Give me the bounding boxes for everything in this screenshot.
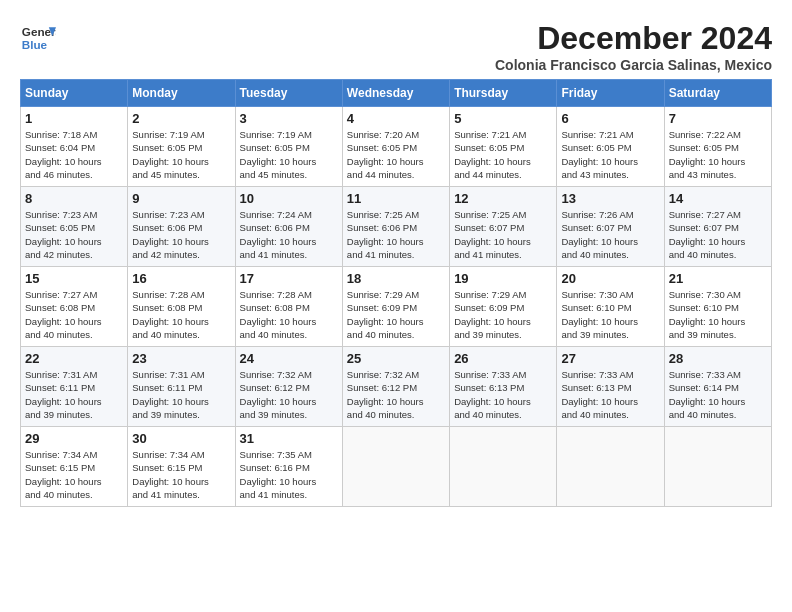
day-info: Sunrise: 7:25 AM Sunset: 6:06 PM Dayligh… <box>347 208 445 261</box>
calendar-cell: 28Sunrise: 7:33 AM Sunset: 6:14 PM Dayli… <box>664 347 771 427</box>
day-number: 26 <box>454 351 552 366</box>
day-info: Sunrise: 7:35 AM Sunset: 6:16 PM Dayligh… <box>240 448 338 501</box>
calendar-cell: 13Sunrise: 7:26 AM Sunset: 6:07 PM Dayli… <box>557 187 664 267</box>
day-info: Sunrise: 7:23 AM Sunset: 6:05 PM Dayligh… <box>25 208 123 261</box>
day-info: Sunrise: 7:27 AM Sunset: 6:08 PM Dayligh… <box>25 288 123 341</box>
calendar-cell: 21Sunrise: 7:30 AM Sunset: 6:10 PM Dayli… <box>664 267 771 347</box>
day-info: Sunrise: 7:31 AM Sunset: 6:11 PM Dayligh… <box>132 368 230 421</box>
day-number: 22 <box>25 351 123 366</box>
day-number: 8 <box>25 191 123 206</box>
day-number: 24 <box>240 351 338 366</box>
day-info: Sunrise: 7:19 AM Sunset: 6:05 PM Dayligh… <box>132 128 230 181</box>
day-number: 9 <box>132 191 230 206</box>
calendar-cell: 17Sunrise: 7:28 AM Sunset: 6:08 PM Dayli… <box>235 267 342 347</box>
day-number: 10 <box>240 191 338 206</box>
calendar-cell: 27Sunrise: 7:33 AM Sunset: 6:13 PM Dayli… <box>557 347 664 427</box>
day-number: 16 <box>132 271 230 286</box>
day-number: 6 <box>561 111 659 126</box>
svg-text:Blue: Blue <box>22 38 48 51</box>
day-info: Sunrise: 7:26 AM Sunset: 6:07 PM Dayligh… <box>561 208 659 261</box>
day-number: 14 <box>669 191 767 206</box>
day-info: Sunrise: 7:33 AM Sunset: 6:13 PM Dayligh… <box>454 368 552 421</box>
calendar-week-row: 29Sunrise: 7:34 AM Sunset: 6:15 PM Dayli… <box>21 427 772 507</box>
day-number: 27 <box>561 351 659 366</box>
day-number: 18 <box>347 271 445 286</box>
calendar-week-row: 22Sunrise: 7:31 AM Sunset: 6:11 PM Dayli… <box>21 347 772 427</box>
column-header-friday: Friday <box>557 80 664 107</box>
calendar-cell: 10Sunrise: 7:24 AM Sunset: 6:06 PM Dayli… <box>235 187 342 267</box>
day-number: 21 <box>669 271 767 286</box>
column-header-saturday: Saturday <box>664 80 771 107</box>
day-info: Sunrise: 7:28 AM Sunset: 6:08 PM Dayligh… <box>240 288 338 341</box>
calendar-cell: 2Sunrise: 7:19 AM Sunset: 6:05 PM Daylig… <box>128 107 235 187</box>
calendar-cell: 14Sunrise: 7:27 AM Sunset: 6:07 PM Dayli… <box>664 187 771 267</box>
calendar-cell: 30Sunrise: 7:34 AM Sunset: 6:15 PM Dayli… <box>128 427 235 507</box>
day-number: 4 <box>347 111 445 126</box>
calendar-cell: 12Sunrise: 7:25 AM Sunset: 6:07 PM Dayli… <box>450 187 557 267</box>
day-info: Sunrise: 7:32 AM Sunset: 6:12 PM Dayligh… <box>347 368 445 421</box>
column-header-monday: Monday <box>128 80 235 107</box>
day-info: Sunrise: 7:32 AM Sunset: 6:12 PM Dayligh… <box>240 368 338 421</box>
logo-icon: General Blue <box>20 20 56 56</box>
calendar-cell: 9Sunrise: 7:23 AM Sunset: 6:06 PM Daylig… <box>128 187 235 267</box>
day-number: 30 <box>132 431 230 446</box>
calendar-week-row: 1Sunrise: 7:18 AM Sunset: 6:04 PM Daylig… <box>21 107 772 187</box>
day-info: Sunrise: 7:30 AM Sunset: 6:10 PM Dayligh… <box>669 288 767 341</box>
calendar-cell: 25Sunrise: 7:32 AM Sunset: 6:12 PM Dayli… <box>342 347 449 427</box>
day-info: Sunrise: 7:34 AM Sunset: 6:15 PM Dayligh… <box>132 448 230 501</box>
day-number: 5 <box>454 111 552 126</box>
day-info: Sunrise: 7:23 AM Sunset: 6:06 PM Dayligh… <box>132 208 230 261</box>
day-number: 20 <box>561 271 659 286</box>
calendar-cell: 3Sunrise: 7:19 AM Sunset: 6:05 PM Daylig… <box>235 107 342 187</box>
calendar-cell: 26Sunrise: 7:33 AM Sunset: 6:13 PM Dayli… <box>450 347 557 427</box>
calendar-cell: 6Sunrise: 7:21 AM Sunset: 6:05 PM Daylig… <box>557 107 664 187</box>
day-info: Sunrise: 7:29 AM Sunset: 6:09 PM Dayligh… <box>454 288 552 341</box>
day-info: Sunrise: 7:27 AM Sunset: 6:07 PM Dayligh… <box>669 208 767 261</box>
day-number: 28 <box>669 351 767 366</box>
day-info: Sunrise: 7:25 AM Sunset: 6:07 PM Dayligh… <box>454 208 552 261</box>
column-header-thursday: Thursday <box>450 80 557 107</box>
calendar-table: SundayMondayTuesdayWednesdayThursdayFrid… <box>20 79 772 507</box>
day-number: 23 <box>132 351 230 366</box>
calendar-cell: 18Sunrise: 7:29 AM Sunset: 6:09 PM Dayli… <box>342 267 449 347</box>
calendar-header-row: SundayMondayTuesdayWednesdayThursdayFrid… <box>21 80 772 107</box>
day-number: 11 <box>347 191 445 206</box>
day-info: Sunrise: 7:33 AM Sunset: 6:13 PM Dayligh… <box>561 368 659 421</box>
calendar-cell: 8Sunrise: 7:23 AM Sunset: 6:05 PM Daylig… <box>21 187 128 267</box>
day-number: 7 <box>669 111 767 126</box>
day-info: Sunrise: 7:29 AM Sunset: 6:09 PM Dayligh… <box>347 288 445 341</box>
day-number: 25 <box>347 351 445 366</box>
column-header-wednesday: Wednesday <box>342 80 449 107</box>
calendar-cell: 24Sunrise: 7:32 AM Sunset: 6:12 PM Dayli… <box>235 347 342 427</box>
day-info: Sunrise: 7:34 AM Sunset: 6:15 PM Dayligh… <box>25 448 123 501</box>
day-number: 1 <box>25 111 123 126</box>
calendar-cell <box>557 427 664 507</box>
day-info: Sunrise: 7:20 AM Sunset: 6:05 PM Dayligh… <box>347 128 445 181</box>
day-info: Sunrise: 7:21 AM Sunset: 6:05 PM Dayligh… <box>454 128 552 181</box>
day-info: Sunrise: 7:28 AM Sunset: 6:08 PM Dayligh… <box>132 288 230 341</box>
logo: General Blue <box>20 20 56 56</box>
calendar-cell: 23Sunrise: 7:31 AM Sunset: 6:11 PM Dayli… <box>128 347 235 427</box>
calendar-cell: 7Sunrise: 7:22 AM Sunset: 6:05 PM Daylig… <box>664 107 771 187</box>
day-info: Sunrise: 7:18 AM Sunset: 6:04 PM Dayligh… <box>25 128 123 181</box>
day-info: Sunrise: 7:21 AM Sunset: 6:05 PM Dayligh… <box>561 128 659 181</box>
month-title: December 2024 <box>495 20 772 57</box>
calendar-cell: 15Sunrise: 7:27 AM Sunset: 6:08 PM Dayli… <box>21 267 128 347</box>
calendar-cell <box>664 427 771 507</box>
day-number: 31 <box>240 431 338 446</box>
day-info: Sunrise: 7:31 AM Sunset: 6:11 PM Dayligh… <box>25 368 123 421</box>
page-header: General Blue December 2024 Colonia Franc… <box>20 20 772 73</box>
column-header-sunday: Sunday <box>21 80 128 107</box>
day-number: 29 <box>25 431 123 446</box>
day-number: 12 <box>454 191 552 206</box>
day-number: 15 <box>25 271 123 286</box>
calendar-cell: 16Sunrise: 7:28 AM Sunset: 6:08 PM Dayli… <box>128 267 235 347</box>
location-title: Colonia Francisco Garcia Salinas, Mexico <box>495 57 772 73</box>
calendar-cell: 31Sunrise: 7:35 AM Sunset: 6:16 PM Dayli… <box>235 427 342 507</box>
day-number: 17 <box>240 271 338 286</box>
calendar-cell: 20Sunrise: 7:30 AM Sunset: 6:10 PM Dayli… <box>557 267 664 347</box>
day-info: Sunrise: 7:24 AM Sunset: 6:06 PM Dayligh… <box>240 208 338 261</box>
day-info: Sunrise: 7:22 AM Sunset: 6:05 PM Dayligh… <box>669 128 767 181</box>
calendar-cell: 4Sunrise: 7:20 AM Sunset: 6:05 PM Daylig… <box>342 107 449 187</box>
calendar-week-row: 15Sunrise: 7:27 AM Sunset: 6:08 PM Dayli… <box>21 267 772 347</box>
